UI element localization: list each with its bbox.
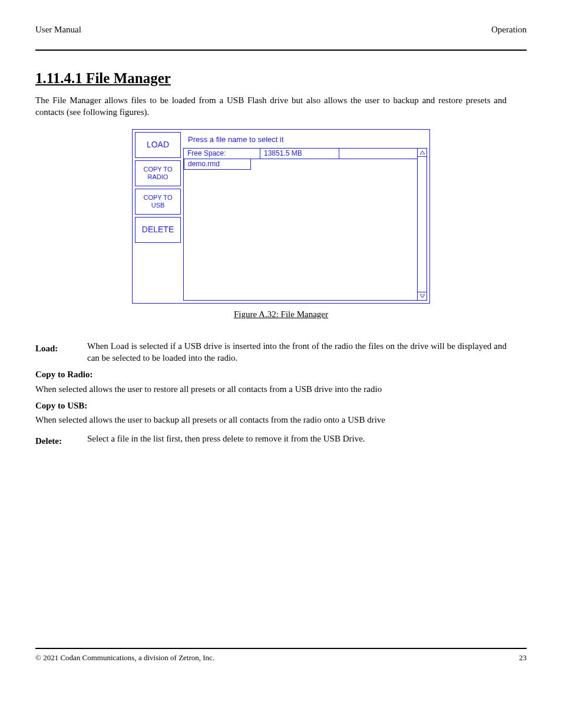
- figure-caption: Figure A.32: File Manager: [35, 308, 527, 320]
- copy-to-usb-button[interactable]: COPY TO USB: [135, 189, 181, 215]
- table-row[interactable]: demo.rmd: [184, 159, 417, 170]
- fm-table-header: Free Space: 13851.5 MB: [184, 149, 417, 159]
- header-right: Operation: [491, 24, 527, 35]
- section-title: 1.11.4.1 File Manager: [35, 68, 527, 88]
- svg-marker-1: [420, 294, 425, 298]
- footer-page-number: 23: [519, 653, 527, 663]
- def-copy-radio-term: Copy to Radio:: [35, 368, 507, 380]
- col-free-space-label: Free Space:: [184, 149, 260, 159]
- def-copy-usb-term: Copy to USB:: [35, 400, 507, 411]
- col-free-space-value: 13851.5 MB: [260, 149, 339, 159]
- header-left: User Manual: [35, 24, 81, 35]
- fm-main: Press a file name to select it Free Spac…: [183, 130, 429, 303]
- section-intro: The File Manager allows files to be load…: [35, 94, 507, 118]
- def-load-term: Load:: [35, 342, 77, 364]
- def-delete-term: Delete:: [35, 435, 77, 447]
- scroll-track[interactable]: [418, 157, 427, 291]
- def-load-desc: When Load is selected if a USB drive is …: [87, 340, 507, 364]
- scroll-down-icon[interactable]: [418, 292, 427, 300]
- copy-to-radio-button[interactable]: COPY TO RADIO: [135, 160, 181, 186]
- footer-copyright: © 2021 Codan Communications, a division …: [35, 653, 214, 663]
- file-manager-screen: LOAD COPY TO RADIO COPY TO USB DELETE Pr…: [132, 129, 430, 304]
- def-copy-radio-desc: When selected allows the user to restore…: [35, 383, 507, 395]
- fm-scrollbar[interactable]: [418, 148, 427, 300]
- scroll-up-icon[interactable]: [418, 149, 427, 157]
- svg-marker-0: [420, 151, 425, 154]
- page-header: User Manual Operation: [35, 24, 527, 39]
- def-delete-desc: Select a file in the list first, then pr…: [87, 433, 507, 447]
- footer-rule: [35, 648, 527, 649]
- def-copy-usb-desc: When selected allows the user to backup …: [35, 414, 507, 426]
- definitions-list: Load: When Load is selected if a USB dri…: [35, 338, 507, 447]
- delete-button[interactable]: DELETE: [135, 217, 181, 243]
- load-button[interactable]: LOAD: [135, 132, 181, 158]
- fm-instruction: Press a file name to select it: [183, 132, 427, 149]
- fm-file-table: Free Space: 13851.5 MB demo.rmd: [183, 148, 418, 300]
- fm-sidebar: LOAD COPY TO RADIO COPY TO USB DELETE: [133, 130, 183, 303]
- page-footer: © 2021 Codan Communications, a division …: [35, 648, 527, 663]
- header-rule: [35, 50, 527, 51]
- col-spacer: [339, 149, 417, 159]
- file-name-cell: demo.rmd: [184, 159, 251, 170]
